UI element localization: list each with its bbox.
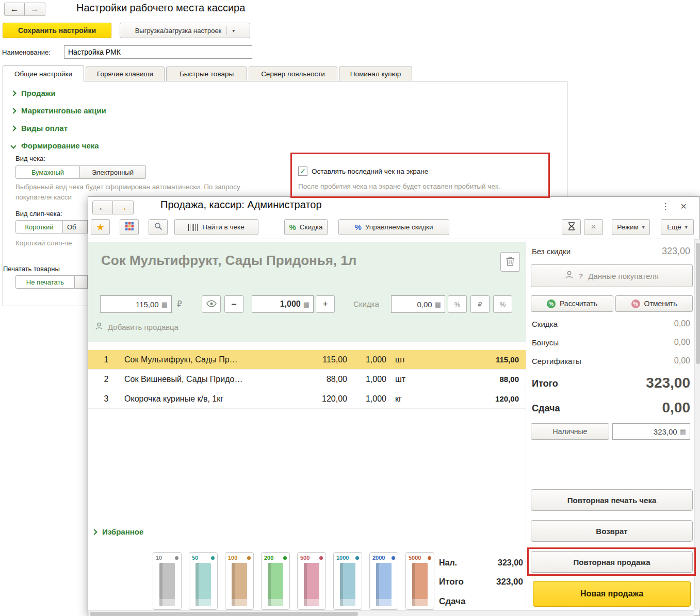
person-icon [95,322,103,332]
section-receipt-forming[interactable]: Формирование чека [11,141,99,150]
banknote-button-500[interactable]: 500 [297,552,326,610]
star-icon: ★ [96,222,104,233]
search-button[interactable] [149,219,168,235]
close-window-button[interactable]: × [677,200,690,212]
calculator-icon: ▦ [435,301,441,308]
pos-window-title: Продажа, кассир: Администратор [160,199,322,211]
decrease-quantity-button[interactable]: − [224,295,243,313]
table-row[interactable]: 1 Сок Мультифрукт, Сады Пр… 115,00 1,000… [88,350,526,370]
price-field[interactable]: 115,00 ▦ [100,295,172,313]
banknote-value: 2000 [372,555,385,561]
section-payment-types[interactable]: Виды оплат [11,124,68,132]
total-value: 323,00 [496,577,523,587]
calculator-icon: ▦ [303,301,310,308]
pos-toolbar: ★ Найти в чеке % Скидка % Управляемые ск… [88,215,700,239]
horizontal-scrollbar[interactable] [88,610,694,616]
banknote-button-2000[interactable]: 2000 [369,552,398,610]
favorites-section[interactable]: Избранное [92,527,143,536]
managed-discounts-button[interactable]: % Управляемые скидки [338,219,449,235]
tab-hotkeys[interactable]: Горячие клавиши [86,66,165,81]
cell-sum: 88,00 [424,375,526,384]
pos-nav-buttons: ← → [92,201,134,214]
reprint-receipt-button[interactable]: Повторная печать чека [531,489,693,511]
increase-quantity-button[interactable]: + [316,295,335,313]
banknote-button-1000[interactable]: 1000 [333,552,362,610]
cancel-discount-button[interactable]: % Отменить [615,295,693,312]
discount-button[interactable]: % Скидка [284,219,328,235]
dot-icon [355,556,359,560]
find-in-receipt-label: Найти в чеке [202,223,244,231]
return-button[interactable]: Возврат [531,520,693,542]
discount-percent-button[interactable]: % [448,295,467,313]
print-no-option[interactable]: Не печатать [15,275,75,289]
favorites-button[interactable]: ★ [91,219,110,235]
cell-unit: шт [386,375,424,384]
section-label: Виды оплат [21,124,68,132]
kebab-menu-button[interactable]: ⋮ [659,200,672,212]
discount-percent-alt-button[interactable]: % [493,295,512,313]
quick-goods-button[interactable] [120,219,139,235]
forward-arrow-icon: → [119,203,127,213]
add-seller-link[interactable]: Добавить продавца [95,322,178,332]
keep-receipt-checkbox[interactable]: ✓ [298,167,307,176]
slip-other-option[interactable]: Об [63,220,88,234]
no-discount-label: Без скидки [532,247,571,256]
change-value: 0,00 [662,399,691,416]
more-button[interactable]: Ещё ▾ [661,219,694,235]
horizontal-scrollbar-thumb[interactable] [90,612,358,616]
section-marketing[interactable]: Маркетинговые акции [11,106,106,115]
change-panel-row: Сдача 0,00 [532,399,690,416]
hourglass-button[interactable] [562,219,581,235]
table-row[interactable]: 3 Окорочка куриные к/в, 1кг 120,00 1,000… [88,389,526,409]
vertical-scrollbar[interactable] [694,239,700,610]
section-label: Формирование чека [21,141,99,150]
name-input[interactable] [64,45,252,59]
total-value: 323,00 [646,375,690,391]
table-row[interactable]: 2 Сок Вишневый, Сады Придо… 88,00 1,000 … [88,370,526,389]
print-option-partial[interactable] [75,275,88,289]
section-sales[interactable]: Продажи [11,89,56,97]
view-item-button[interactable] [202,295,221,313]
item-discount-field[interactable]: 0,00 ▦ [391,295,445,313]
cash-row: Нал. 323,00 [439,558,523,568]
kebab-icon: ⋮ [661,201,670,212]
export-import-label: Выгрузка/загрузка настроек [135,27,222,35]
banknote-button-200[interactable]: 200 [261,552,290,610]
tab-loyalty-server[interactable]: Сервер лояльности [249,66,337,81]
new-sale-button[interactable]: Новая продажа [533,581,691,607]
save-settings-button[interactable]: Сохранить настройки [3,23,111,38]
banknote-button-50[interactable]: 50 [189,552,218,610]
back-button[interactable]: ← [92,201,113,214]
export-import-settings-button[interactable]: Выгрузка/загрузка настроек ▾ [120,23,250,38]
cancel-label: Отменить [644,299,677,308]
discount-currency-button[interactable]: ₽ [470,295,490,313]
customer-data-button[interactable]: ? Данные покупателя [531,264,693,287]
forward-button[interactable]: → [113,201,134,214]
banknote-button-5000[interactable]: 5000 [405,552,434,610]
favorites-label: Избранное [102,527,143,536]
tab-banknote-denomination[interactable]: Номинал купюр [339,66,412,81]
quantity-field[interactable]: 1,000 ▦ [252,295,314,313]
cash-payment-button[interactable]: Наличные [531,423,609,440]
banknote-button-100[interactable]: 100 [225,552,254,610]
slip-short-option[interactable]: Короткий [15,220,63,234]
repeat-sale-button[interactable]: Повторная продажа [531,551,693,573]
tab-general-settings[interactable]: Общие настройки [3,65,84,81]
cash-amount-field[interactable]: 323,00 ▦ [612,423,690,440]
receipt-paper-option[interactable]: Бумажный [15,165,80,179]
tab-quick-goods[interactable]: Быстрые товары [166,66,247,81]
delete-item-button[interactable] [500,252,520,272]
mode-button[interactable]: Режим ▾ [612,219,650,235]
clear-button[interactable]: × [584,219,603,235]
receipt-electronic-option[interactable]: Электронный [80,165,146,179]
item-discount-value: 0,00 [417,300,432,309]
banknote-button-10[interactable]: 10 [153,552,182,610]
slip-hint: Короткий слип-че [15,239,72,247]
forward-button[interactable]: → [25,3,45,16]
calculator-icon: ▦ [161,301,168,308]
find-in-receipt-button[interactable]: Найти в чеке [174,219,258,235]
back-button[interactable]: ← [4,3,25,16]
section-label: Маркетинговые акции [21,106,106,115]
vertical-scrollbar-thumb[interactable] [696,243,700,364]
calculate-button[interactable]: % Рассчитать [531,295,613,312]
